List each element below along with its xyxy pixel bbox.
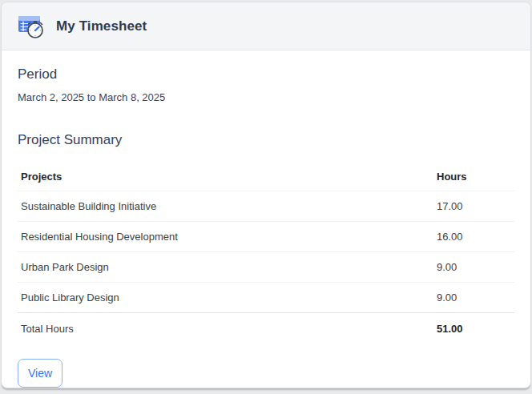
table-row: Residential Housing Development 16.00 — [18, 222, 514, 252]
project-summary-table: Projects Hours Sustainable Building Init… — [18, 163, 514, 344]
column-header-projects: Projects — [18, 163, 433, 191]
project-name: Public Library Design — [18, 283, 433, 313]
card-header: My Timesheet — [2, 2, 530, 50]
period-range: March 2, 2025 to March 8, 2025 — [18, 91, 514, 103]
table-row: Sustainable Building Initiative 17.00 — [18, 191, 514, 222]
project-hours: 9.00 — [433, 252, 514, 283]
total-row: Total Hours 51.00 — [18, 313, 514, 345]
project-name: Residential Housing Development — [18, 222, 433, 252]
card-title: My Timesheet — [56, 18, 147, 34]
timesheet-table-stopwatch-icon — [18, 12, 45, 41]
project-hours: 9.00 — [433, 283, 514, 313]
total-label: Total Hours — [18, 313, 433, 345]
project-hours: 16.00 — [433, 222, 514, 252]
total-hours: 51.00 — [433, 313, 514, 345]
column-header-hours: Hours — [433, 163, 514, 191]
view-button[interactable]: View — [18, 359, 62, 388]
project-name: Sustainable Building Initiative — [18, 191, 433, 222]
project-name: Urban Park Design — [18, 252, 433, 283]
card-body: Period March 2, 2025 to March 8, 2025 Pr… — [2, 50, 530, 388]
project-hours: 17.00 — [433, 191, 514, 222]
table-header-row: Projects Hours — [18, 163, 514, 191]
period-heading: Period — [18, 66, 514, 82]
timesheet-card: My Timesheet Period March 2, 2025 to Mar… — [1, 2, 531, 388]
table-row: Urban Park Design 9.00 — [18, 252, 514, 283]
project-summary-heading: Project Summary — [18, 132, 514, 148]
table-row: Public Library Design 9.00 — [18, 283, 514, 313]
